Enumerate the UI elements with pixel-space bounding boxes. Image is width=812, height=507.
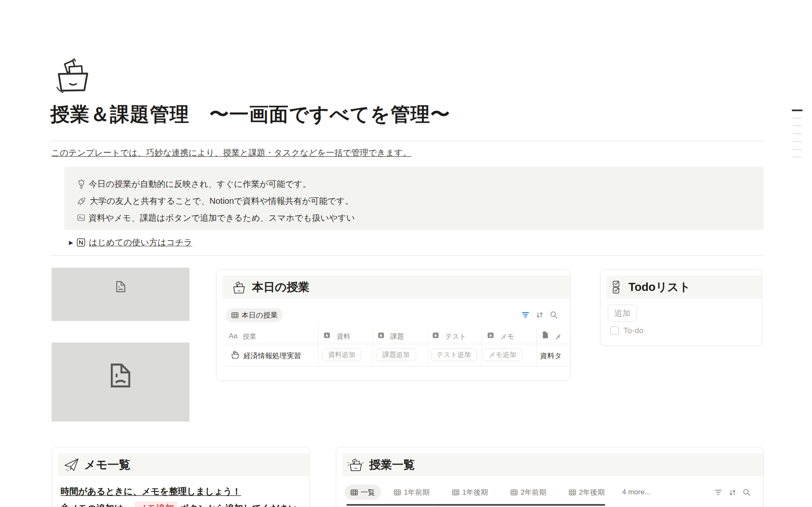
notion-page: 授業＆課題管理 〜一画面ですべてを管理〜 このテンプレートでは、巧妙な連携により… bbox=[0, 0, 812, 507]
today-toolbar bbox=[521, 311, 558, 319]
card-title: Todoリスト bbox=[628, 280, 691, 295]
add-assignment-button[interactable]: 課題追加 bbox=[376, 348, 416, 361]
card-title: 本日の授業 bbox=[252, 280, 310, 295]
view-tab-label: 2年前期 bbox=[521, 488, 546, 497]
broken-image-icon bbox=[110, 363, 131, 388]
photo-icon bbox=[77, 214, 85, 222]
memo-note-suffix: ボタンから追加してください bbox=[180, 502, 297, 507]
view-tab-label: 一覧 bbox=[361, 488, 375, 497]
more-views-link[interactable]: 4 more... bbox=[622, 485, 650, 500]
column-header-material[interactable]: 資料 bbox=[337, 332, 350, 341]
todo-add-button[interactable]: 追加 bbox=[608, 304, 637, 322]
view-tab-today[interactable]: 本日の授業 bbox=[226, 308, 283, 322]
memo-list-card: メモ一覧 時間があるときに、メモを整理しましょう！ ※メモの追加は、 メモ追加 … bbox=[52, 447, 310, 507]
column-header-truncated[interactable]: メ bbox=[555, 332, 562, 341]
table-view-icon bbox=[231, 312, 239, 318]
page-title: 授業＆課題管理 〜一画面ですべてを管理〜 bbox=[50, 101, 450, 128]
view-tab-label: 2年後期 bbox=[579, 488, 604, 497]
view-tab-all[interactable]: 一覧 bbox=[345, 485, 381, 500]
toc-indicator-line[interactable] bbox=[793, 149, 802, 150]
rocket-icon bbox=[77, 196, 87, 206]
view-tab-y2-second[interactable]: 2年後期 bbox=[569, 485, 604, 500]
memo-add-highlight: メモ追加 bbox=[134, 502, 177, 507]
checklist-icon bbox=[612, 280, 624, 295]
sort-icon[interactable] bbox=[728, 489, 737, 496]
table-view-icon bbox=[394, 489, 401, 496]
column-divider bbox=[318, 326, 318, 366]
view-tab-label: 1年前期 bbox=[404, 488, 429, 497]
memo-card-header: メモ一覧 bbox=[58, 453, 309, 476]
toc-indicator-line[interactable] bbox=[793, 125, 802, 126]
column-divider bbox=[536, 328, 537, 366]
search-icon[interactable] bbox=[743, 488, 751, 496]
filter-icon[interactable] bbox=[714, 489, 722, 496]
image-placeholder[interactable] bbox=[52, 343, 189, 422]
broken-image-icon bbox=[116, 281, 126, 293]
usage-toggle[interactable]: ▶ はじめての使い方はコチラ bbox=[69, 236, 192, 249]
toc-indicator-line[interactable] bbox=[792, 110, 803, 111]
text-type-icon[interactable]: Aa bbox=[229, 332, 238, 340]
add-test-button[interactable]: テスト追加 bbox=[431, 348, 477, 361]
divider bbox=[51, 141, 764, 141]
callout-line: 今日の授業が自動的に反映され、すぐに作業が可能です。 bbox=[77, 175, 764, 192]
memo-note: ※メモの追加は、 メモ追加 ボタンから追加してください bbox=[60, 502, 298, 507]
usage-link[interactable]: はじめての使い方はコチラ bbox=[89, 237, 192, 248]
search-icon[interactable] bbox=[550, 311, 558, 319]
view-tab-y1-second[interactable]: 1年後期 bbox=[452, 485, 488, 500]
toc-indicator-line[interactable] bbox=[793, 141, 802, 142]
view-tab-y2-first[interactable]: 2年前期 bbox=[510, 485, 546, 500]
sort-icon[interactable] bbox=[535, 311, 544, 319]
table-row-divider bbox=[225, 366, 571, 367]
class-name-cell[interactable]: 経済情報処理実習 bbox=[244, 351, 301, 361]
divider bbox=[51, 255, 764, 256]
todo-card-header: Todoリスト bbox=[606, 276, 762, 299]
table-view-icon bbox=[510, 489, 518, 496]
column-header-test[interactable]: テスト bbox=[445, 332, 466, 341]
page-cover-icon[interactable] bbox=[51, 57, 95, 95]
add-memo-button[interactable]: メモ追加 bbox=[483, 348, 522, 361]
card-title: 授業一覧 bbox=[369, 457, 415, 472]
callout-text: 大学の友人と共有することで、Notionで資料や情報共有が可能です。 bbox=[90, 195, 353, 207]
column-divider bbox=[481, 328, 482, 366]
column-header-class[interactable]: 授業 bbox=[243, 332, 256, 341]
button-property-icon bbox=[487, 332, 494, 339]
notion-logo-icon bbox=[77, 238, 85, 247]
toc-indicator-line[interactable] bbox=[793, 133, 802, 134]
view-tab-y1-first[interactable]: 1年前期 bbox=[394, 485, 429, 500]
today-card-header: 本日の授業 bbox=[222, 276, 571, 299]
todo-checkbox[interactable] bbox=[610, 326, 619, 335]
toc-indicator-line[interactable] bbox=[793, 156, 802, 158]
image-placeholder[interactable] bbox=[52, 268, 189, 321]
add-material-button[interactable]: 資料追加 bbox=[322, 348, 361, 361]
intro-text: このテンプレートでは、巧妙な連携により、授業と課題・タスクなどを一括で管理できま… bbox=[51, 147, 411, 159]
page-property-icon bbox=[542, 331, 549, 339]
column-header-memo[interactable]: メモ bbox=[500, 332, 514, 341]
callout-line: 大学の友人と共有することで、Notionで資料や情報共有が可能です。 bbox=[77, 192, 764, 209]
todo-label[interactable]: To-do bbox=[623, 326, 644, 335]
callout-line: 資料やメモ、課題はボタンで追加できるため、スマホでも扱いやすい bbox=[77, 209, 764, 226]
filter-icon[interactable] bbox=[521, 311, 529, 318]
today-classes-card: 本日の授業 本日の授業 bbox=[216, 269, 571, 381]
button-property-icon bbox=[432, 332, 439, 339]
view-tab-label: 1年後期 bbox=[462, 488, 488, 497]
material-title-cell[interactable]: 資料タ bbox=[540, 351, 562, 361]
card-box-icon bbox=[51, 57, 95, 93]
button-property-icon bbox=[378, 332, 384, 339]
button-property-icon bbox=[324, 332, 330, 339]
column-divider bbox=[428, 328, 428, 366]
callout-text: 資料やメモ、課題はボタンで追加できるため、スマホでも扱いやすい bbox=[88, 212, 355, 224]
callout-text: 今日の授業が自動的に反映され、すぐに作業が可能です。 bbox=[89, 178, 311, 190]
column-header-assignment[interactable]: 課題 bbox=[390, 332, 404, 341]
table-view-icon bbox=[569, 489, 576, 496]
horizontal-scrollbar[interactable] bbox=[346, 504, 605, 506]
classes-card-header: 授業一覧 bbox=[342, 453, 763, 476]
card-title: メモ一覧 bbox=[84, 457, 130, 472]
card-box-icon bbox=[231, 280, 247, 294]
toggle-triangle-icon[interactable]: ▶ bbox=[69, 239, 73, 246]
table-view-icon bbox=[351, 489, 358, 496]
lightbulb-icon bbox=[77, 179, 86, 189]
table-header-divider bbox=[225, 344, 571, 344]
toc-indicator-line[interactable] bbox=[793, 118, 802, 119]
view-tab-label: 本日の授業 bbox=[241, 310, 277, 320]
callout: 今日の授業が自動的に反映され、すぐに作業が可能です。 大学の友人と共有することで… bbox=[64, 167, 764, 230]
